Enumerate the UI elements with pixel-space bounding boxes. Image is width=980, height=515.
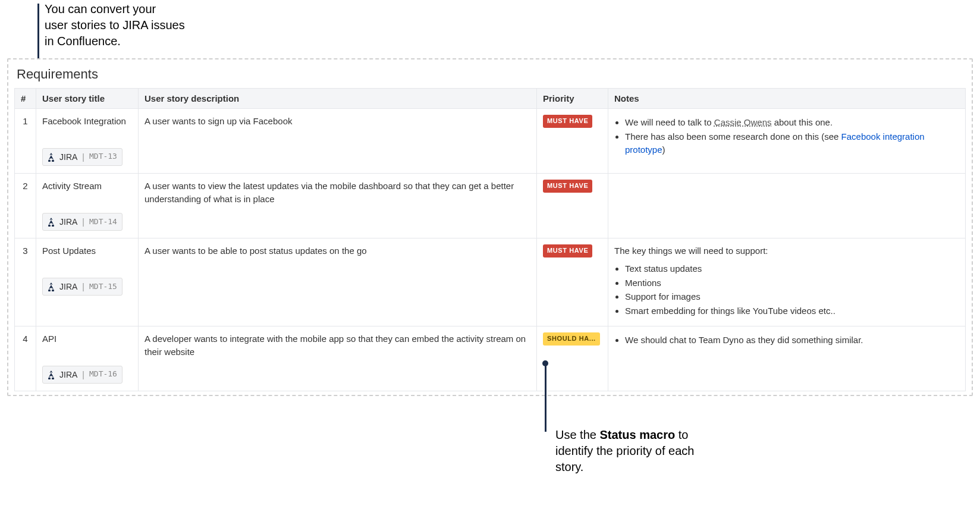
row-number: 1 [15,109,36,174]
priority-cell: MUST HAVE [537,238,608,326]
callout-bottom-line2: identify the priority of each [555,443,694,459]
callout-top-line3: in Confluence. [45,33,185,49]
callout-bottom-line [545,363,546,432]
story-description: A user wants to view the latest updates … [139,174,537,238]
story-title: API [42,332,132,346]
callout-top: You can convert your user stories to JIR… [45,1,185,49]
row-number: 4 [15,326,36,391]
jira-key: MDT-16 [89,369,117,380]
priority-badge: MUST HAVE [543,180,592,193]
story-title: Facebook Integration [42,115,132,128]
notes-item: We should chat to Team Dyno as they did … [625,334,959,347]
jira-label: JIRA [59,281,77,293]
jira-icon [46,370,56,379]
jira-icon [46,282,56,291]
jira-issue-link[interactable]: JIRA | MDT-15 [42,278,122,296]
panel-title: Requirements [17,67,966,82]
story-title-cell: Activity Stream JIRA | MDT-14 [36,174,139,238]
table-row: 3 Post Updates JIRA | MDT-15 A user want… [15,238,966,326]
jira-key: MDT-14 [89,216,117,228]
notes-lead: The key things we will need to support: [614,244,959,258]
priority-badge: MUST HAVE [543,244,592,258]
jira-separator: | [82,151,84,163]
col-header-num: # [15,89,36,109]
priority-cell: SHOULD HA... [537,326,608,391]
jira-icon [46,217,56,227]
callout-bottom-line1: Use the Status macro to [555,427,694,443]
notes-item: Support for images [625,290,959,303]
col-header-priority: Priority [537,89,608,109]
table-header-row: # User story title User story descriptio… [15,89,966,109]
user-mention[interactable]: Cassie Owens [714,117,772,127]
story-title-cell: Facebook Integration JIRA | MDT-13 [36,109,139,174]
story-title-cell: API JIRA | MDT-16 [36,326,139,391]
col-header-notes: Notes [608,89,966,109]
notes-cell: The key things we will need to support: … [608,238,966,326]
jira-key: MDT-13 [89,151,117,162]
jira-label: JIRA [59,216,77,228]
jira-issue-link[interactable]: JIRA | MDT-16 [42,366,122,384]
table-row: 2 Activity Stream JIRA | MDT-14 A user w… [15,174,966,238]
jira-issue-link[interactable]: JIRA | MDT-14 [42,213,122,231]
notes-cell [608,174,966,238]
story-title-cell: Post Updates JIRA | MDT-15 [36,238,139,326]
row-number: 2 [15,174,36,238]
jira-label: JIRA [59,369,77,381]
jira-issue-link[interactable]: JIRA | MDT-13 [42,148,122,166]
notes-list: Text status updates Mentions Support for… [625,262,959,318]
table-row: 1 Facebook Integration JIRA | MDT-13 A u… [15,109,966,174]
callout-top-line1: You can convert your [45,1,185,17]
notes-cell: We should chat to Team Dyno as they did … [608,326,966,391]
jira-separator: | [82,216,84,228]
story-description: A user wants to be able to post status u… [139,238,537,326]
priority-cell: MUST HAVE [537,109,608,174]
notes-item: There has also been some research done o… [625,130,959,156]
priority-badge: MUST HAVE [543,115,592,128]
callout-top-line2: user stories to JIRA issues [45,17,185,33]
priority-badge: SHOULD HA... [543,332,600,346]
jira-separator: | [82,281,84,293]
requirements-panel: Requirements # User story title User sto… [7,58,973,396]
row-number: 3 [15,238,36,326]
callout-bottom-line3: story. [555,459,694,475]
story-description: A developer wants to integrate with the … [139,326,537,391]
requirements-table: # User story title User story descriptio… [14,88,966,391]
jira-icon [46,152,56,162]
notes-item: Text status updates [625,262,959,275]
jira-key: MDT-15 [89,281,117,293]
table-row: 4 API JIRA | MDT-16 A developer wants to [15,326,966,391]
story-title: Activity Stream [42,180,132,193]
notes-list: We will need to talk to Cassie Owens abo… [625,116,959,156]
story-description: A user wants to sign up via Facebook [139,109,537,174]
notes-item: We will need to talk to Cassie Owens abo… [625,116,959,129]
notes-list: We should chat to Team Dyno as they did … [625,334,959,347]
callout-bottom: Use the Status macro to identify the pri… [555,427,694,475]
priority-cell: MUST HAVE [537,174,608,238]
notes-item: Smart embedding for things like YouTube … [625,304,959,318]
col-header-description: User story description [139,89,537,109]
story-title: Post Updates [42,244,132,258]
notes-item: Mentions [625,277,959,290]
jira-separator: | [82,369,84,381]
jira-label: JIRA [59,151,77,163]
col-header-title: User story title [36,89,139,109]
notes-cell: We will need to talk to Cassie Owens abo… [608,109,966,174]
